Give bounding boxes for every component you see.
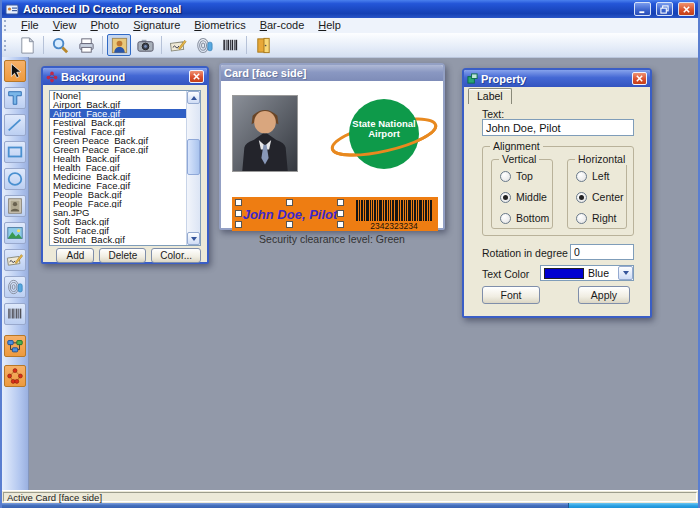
background-list[interactable]: [None] Airport_Back.gif Airport_Face.gif… [49,90,201,246]
tool-image[interactable] [4,222,26,244]
rotation-input[interactable] [570,244,634,260]
list-item[interactable]: Airport_Back.gif [50,100,187,109]
selection-handle[interactable] [235,210,242,217]
selection-handle[interactable] [286,221,293,228]
scroll-down-button[interactable] [187,232,200,245]
radio-right[interactable]: Right [576,212,617,224]
list-item[interactable]: People_Face.gif [50,199,187,208]
camera-button[interactable] [133,34,157,56]
selection-handle[interactable] [286,199,293,206]
color-dropdown-button[interactable] [618,266,633,280]
fingerprint-button[interactable] [192,34,216,56]
barcode-button[interactable] [218,34,242,56]
toolbar-drag-grip[interactable] [4,40,11,51]
menu-item-file[interactable]: File [14,18,46,33]
list-item[interactable]: Health_Back.gif [50,154,187,163]
barcode-number: 2342323234 [356,221,432,231]
scroll-up-button[interactable] [187,91,200,104]
background-window-titlebar[interactable]: Background [43,68,207,85]
selection-handle[interactable] [337,221,344,228]
menu-item-signature[interactable]: Signature [126,18,187,33]
radio-center[interactable]: Center [576,191,624,203]
list-item[interactable]: Health_Face.gif [50,163,187,172]
maximize-button[interactable] [656,2,673,16]
list-item[interactable]: Soft_Back.gif [50,217,187,226]
signature-button[interactable] [166,34,190,56]
selection-handle[interactable] [337,199,344,206]
photo-button[interactable] [107,34,131,56]
list-item[interactable]: Green Peace_Face.gif [50,145,187,154]
menu-item-help[interactable]: Help [311,18,348,33]
list-item-selected[interactable]: Airport_Face.gif [50,109,187,118]
tool-photo[interactable] [4,195,26,217]
card-orange-strip[interactable]: John Doe, Pilot 2342323234 [232,197,438,231]
list-item[interactable]: Medicine_Face.gif [50,181,187,190]
tool-barcode[interactable] [4,303,26,325]
card-window-titlebar[interactable]: Card [face side] [221,65,443,81]
text-color-combo[interactable]: Blue [540,265,634,281]
add-button[interactable]: Add [56,248,94,263]
tool-pointer[interactable] [4,60,26,82]
property-window-titlebar[interactable]: Property [464,70,650,87]
radio-top[interactable]: Top [500,170,533,182]
list-item[interactable]: Student_Back.gif [50,235,187,244]
color-button[interactable]: Color... [151,248,201,263]
menu-item-view[interactable]: View [46,18,84,33]
tool-ellipse[interactable] [4,168,26,190]
list-item[interactable]: Festival_Face.gif [50,127,187,136]
property-close-button[interactable] [632,72,647,85]
radio-middle[interactable]: Middle [500,191,547,203]
alignment-group-label: Alignment [490,140,543,152]
radio-bottom[interactable]: Bottom [500,212,549,224]
list-item[interactable]: Festival_Back.gif [50,118,187,127]
apply-button[interactable]: Apply [578,286,630,304]
radio-icon [500,171,511,182]
list-item[interactable]: People_Back.gif [50,190,187,199]
tool-text[interactable] [4,87,26,109]
menu-drag-grip[interactable] [4,20,11,31]
tool-rectangle[interactable] [4,141,26,163]
title-bar[interactable]: Advanced ID Creator Personal [2,0,698,18]
text-input[interactable] [482,119,634,136]
list-item[interactable]: Green Peace_Back.gif [50,136,187,145]
font-button[interactable]: Font [482,286,540,304]
background-close-button[interactable] [189,70,204,83]
selection-handle[interactable] [235,199,242,206]
list-scrollbar[interactable] [186,91,200,245]
menu-item-biometrics[interactable]: Biometrics [187,18,252,33]
card-canvas[interactable]: State National Airport John Doe, Pilot 2… [221,81,443,228]
close-button[interactable] [678,2,695,16]
zoom-button[interactable] [48,34,72,56]
selection-handle[interactable] [235,221,242,228]
selection-handle[interactable] [337,210,344,217]
list-item[interactable]: Soft_Face.gif [50,226,187,235]
minimize-button[interactable] [634,2,651,16]
list-item[interactable]: Medicine_Back.gif [50,172,187,181]
tab-label[interactable]: Label [468,88,512,104]
menu-item-photo[interactable]: Photo [83,18,126,33]
close-icon [682,5,691,14]
tool-line[interactable] [4,114,26,136]
card-photo[interactable] [232,95,298,172]
card-barcode[interactable] [356,200,432,221]
delete-button[interactable]: Delete [99,248,146,263]
radio-left[interactable]: Left [576,170,610,182]
exit-button[interactable] [251,34,275,56]
background-window: Background [None] Airport_Back.gif Airpo… [41,66,209,264]
toolbar-separator [102,36,103,54]
close-icon [192,72,201,81]
radio-label: Bottom [516,212,549,224]
tool-signature[interactable] [4,249,26,271]
list-item[interactable]: san.JPG [50,208,187,217]
tool-fingerprint[interactable] [4,276,26,298]
tool-flowchart[interactable] [4,335,26,357]
taskbar-edge [0,503,700,508]
menu-item-barcode[interactable]: Bar-code [253,18,312,33]
text-color-label: Text Color [482,268,529,280]
new-document-button[interactable] [15,34,39,56]
card-logo[interactable]: State National Airport [327,97,441,171]
scroll-thumb[interactable] [187,139,200,175]
print-button[interactable] [74,34,98,56]
list-item[interactable]: [None] [50,91,187,100]
tool-molecule[interactable] [4,365,26,387]
